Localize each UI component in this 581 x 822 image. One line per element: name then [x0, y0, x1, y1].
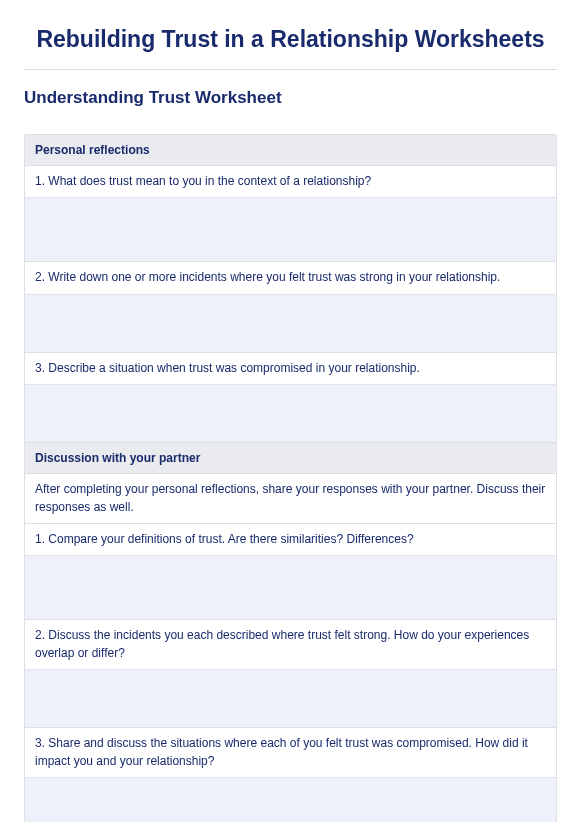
- section-title: Understanding Trust Worksheet: [24, 88, 557, 108]
- answer-input[interactable]: [25, 670, 556, 728]
- answer-input[interactable]: [25, 385, 556, 443]
- divider: [24, 69, 557, 70]
- question-text: 1. What does trust mean to you in the co…: [25, 166, 556, 198]
- section-instruction: After completing your personal reflectio…: [25, 474, 556, 524]
- page-title: Rebuilding Trust in a Relationship Works…: [24, 20, 557, 69]
- question-text: 1. Compare your definitions of trust. Ar…: [25, 524, 556, 556]
- question-text: 3. Describe a situation when trust was c…: [25, 353, 556, 385]
- answer-input[interactable]: [25, 556, 556, 620]
- answer-input[interactable]: [25, 778, 556, 822]
- question-text: 2. Write down one or more incidents wher…: [25, 262, 556, 294]
- answer-input[interactable]: [25, 198, 556, 262]
- section-header-personal: Personal reflections: [25, 135, 556, 166]
- question-text: 3. Share and discuss the situations wher…: [25, 728, 556, 778]
- question-text: 2. Discuss the incidents you each descri…: [25, 620, 556, 670]
- section-header-discussion: Discussion with your partner: [25, 443, 556, 474]
- worksheet-container: Personal reflections 1. What does trust …: [24, 134, 557, 822]
- answer-input[interactable]: [25, 295, 556, 353]
